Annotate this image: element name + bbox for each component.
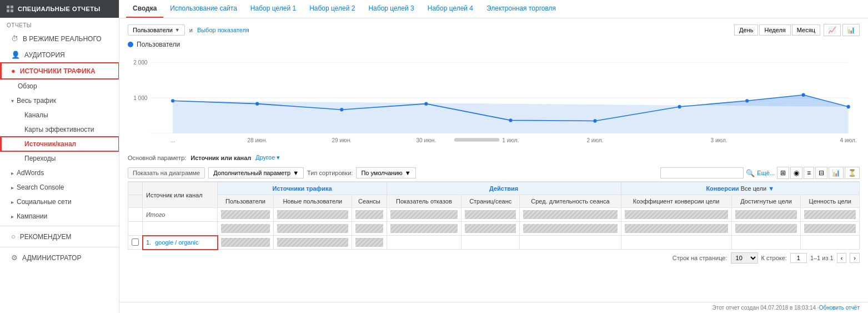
row-source-link[interactable]: google / organic [155, 239, 198, 246]
add-param-label: Дополнительный параметр [213, 170, 290, 176]
time-btn-day[interactable]: День [734, 24, 758, 36]
subtotals-goal-value [801, 222, 860, 236]
sidebar-item-label: В РЕЖИМЕ РЕАЛЬНОГО [23, 35, 102, 43]
more-link[interactable]: Ещё... [757, 170, 775, 176]
tab-goal3[interactable]: Набор целей 3 [362, 0, 420, 18]
transitions-label: Переходы [24, 155, 56, 162]
row-users [218, 236, 273, 250]
select-metric-link[interactable]: Выбор показателя [197, 27, 249, 33]
view-table-btn[interactable]: ⊞ [777, 167, 789, 179]
sidebar-sub-channels[interactable]: Каналы [0, 108, 119, 122]
sidebar-sub-overview[interactable]: Обзор [0, 79, 119, 93]
header-goals: Достигнутые цели [731, 195, 801, 208]
arrow-down-icon: ▾ [11, 98, 14, 104]
row-bounce [387, 236, 461, 250]
time-btn-week[interactable]: Неделя [759, 24, 790, 36]
sidebar-item-realtime[interactable]: ⏱ В РЕЖИМЕ РЕАЛЬНОГО [0, 31, 119, 47]
tab-goal4[interactable]: Набор целей 4 [421, 0, 480, 18]
show-diagram-button[interactable]: Показать на диаграмме [128, 167, 205, 178]
rows-per-page-select[interactable]: 10 25 100 [731, 252, 758, 264]
add-param-button[interactable]: Дополнительный параметр ▼ [208, 167, 304, 178]
sort-button[interactable]: По умолчанию ▼ [356, 167, 415, 178]
conv-label: Конверсии [706, 185, 739, 192]
chart-bar-view-btn[interactable]: 📊 [842, 24, 860, 36]
traffic-icon: ● [11, 67, 16, 75]
row-checkbox-input[interactable] [132, 239, 139, 246]
tab-ecommerce[interactable]: Электронная торговля [480, 0, 563, 18]
svg-text:30 июн.: 30 июн. [416, 137, 436, 143]
totals-bounce [387, 208, 461, 222]
time-btn-month[interactable]: Месяц [792, 24, 820, 36]
svg-point-7 [340, 108, 343, 111]
search-console-label: Search Console [17, 183, 64, 191]
totals-pages [461, 208, 520, 222]
header-checkbox-cell [128, 182, 143, 195]
tab-site-usage[interactable]: Использование сайта [163, 0, 244, 18]
rows-per-page-label: Строк на странице: [673, 255, 727, 261]
sort-value: По умолчанию [361, 170, 402, 176]
tab-goal1[interactable]: Набор целей 1 [244, 0, 303, 18]
sidebar-sub-efficiency[interactable]: Карты эффективности [0, 122, 119, 137]
view-pivot-btn[interactable]: ⊟ [815, 167, 827, 179]
next-page-btn[interactable]: › [850, 253, 860, 263]
main-param-prefix: Основной параметр: [128, 155, 186, 161]
subtotals-goals [731, 222, 801, 236]
totals-label: Итого [143, 208, 218, 222]
sidebar-expandable-search-console[interactable]: ▸ Search Console [0, 180, 119, 195]
svg-text:2 000: 2 000 [133, 59, 148, 66]
row-goals [731, 236, 801, 250]
row-checkbox[interactable] [128, 236, 143, 250]
svg-text:...: ... [170, 137, 175, 143]
sidebar-sub-source-channel[interactable]: Источник/канал [0, 137, 119, 151]
gear-icon: ⚙ [11, 254, 18, 262]
sidebar-expandable-campaigns[interactable]: ▸ Кампании [0, 209, 119, 223]
view-list-btn[interactable]: ≡ [804, 167, 814, 179]
legend-dot [128, 42, 133, 47]
sidebar-sub-transitions[interactable]: Переходы [0, 151, 119, 166]
sidebar-item-recommend[interactable]: ○ РЕКОМЕНДУЕМ [0, 228, 119, 245]
sidebar-expandable-social[interactable]: ▸ Социальные сети [0, 195, 119, 209]
svg-point-8 [424, 102, 428, 105]
pagination-range: 1–1 из 1 [810, 255, 834, 261]
sidebar-expandable-all-traffic[interactable]: ▾ Весь трафик [0, 93, 119, 108]
to-row-label: К строке: [761, 255, 787, 261]
chart-svg: 2 000 1 000 ... 28 [128, 51, 860, 145]
prev-page-btn[interactable]: ‹ [837, 253, 847, 263]
row-duration [520, 236, 621, 250]
svg-text:4 июл.: 4 июл. [840, 137, 857, 143]
sidebar-expandable-adwords[interactable]: ▸ AdWords [0, 166, 119, 180]
view-lifetime-btn[interactable]: ⏳ [845, 167, 860, 179]
metric-and-label: и [189, 27, 193, 33]
totals-users [218, 208, 273, 222]
header-goal-value: Ценность цели [801, 195, 860, 208]
arrow-right-icon4: ▸ [11, 213, 14, 220]
view-icons: ⊞ ◉ ≡ ⊟ 📊 ⏳ [777, 167, 860, 179]
other-param-link[interactable]: Другое ▾ [255, 154, 280, 161]
social-label: Социальные сети [17, 198, 72, 206]
table-param-row: Основной параметр: Источник или канал Др… [128, 151, 860, 165]
sidebar-title: СПЕЦИАЛЬНЫЕ ОТЧЕТЫ [18, 6, 101, 12]
svg-point-9 [509, 118, 512, 122]
sidebar-item-admin[interactable]: ⚙ АДМИНИСТРАТОР [0, 250, 119, 266]
tab-goal2[interactable]: Набор целей 2 [303, 0, 362, 18]
view-summary-btn[interactable]: 📊 [829, 167, 844, 179]
chart-view-buttons: 📈 📊 [824, 24, 860, 36]
sidebar-item-audience[interactable]: 👤 АУДИТОРИЯ [0, 47, 119, 63]
arrow-right-icon2: ▸ [11, 185, 14, 191]
tab-summary[interactable]: Сводка [126, 0, 163, 18]
to-row-input[interactable] [790, 253, 807, 263]
search-input[interactable] [660, 167, 744, 178]
header-section-actions: Действия [387, 182, 621, 195]
grid-icon [7, 6, 13, 12]
totals-checkbox [128, 208, 143, 222]
update-link[interactable]: Обновить отчёт [819, 305, 860, 311]
header-users: Пользователи [218, 195, 273, 208]
view-pie-btn[interactable]: ◉ [790, 167, 802, 179]
subtotals-users [218, 222, 273, 236]
totals-sessions [352, 208, 387, 222]
chart-line-view-btn[interactable]: 📈 [824, 24, 841, 36]
sidebar-item-traffic[interactable]: ● ИСТОЧНИКИ ТРАФИКА [0, 63, 119, 79]
svg-text:1 июл.: 1 июл. [502, 137, 519, 143]
metric-dropdown[interactable]: Пользователи ▼ [128, 24, 185, 36]
row-conv-rate [621, 236, 731, 250]
